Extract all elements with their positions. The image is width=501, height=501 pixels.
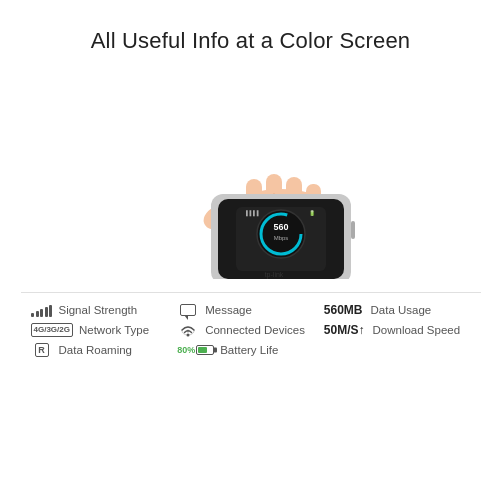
features-grid: Signal Strength Message 560MB Data Usage… bbox=[21, 303, 481, 357]
battery-life-label: Battery Life bbox=[220, 344, 278, 356]
network-type-icon: 4G/3G/2G bbox=[31, 323, 73, 337]
network-badge: 4G/3G/2G bbox=[31, 323, 73, 337]
signal-strength-label: Signal Strength bbox=[59, 304, 138, 316]
divider bbox=[21, 292, 481, 293]
roaming-badge: R bbox=[35, 343, 49, 357]
svg-text:tp-link: tp-link bbox=[264, 271, 283, 279]
svg-text:560: 560 bbox=[273, 222, 288, 232]
battery-icon: 80% bbox=[177, 345, 214, 355]
feature-data-roaming: R Data Roaming bbox=[31, 343, 178, 357]
svg-rect-19 bbox=[351, 221, 355, 239]
data-roaming-label: Data Roaming bbox=[59, 344, 133, 356]
message-label: Message bbox=[205, 304, 252, 316]
download-speed-accent: 50M/S↑ bbox=[324, 323, 365, 337]
svg-text:Mbps: Mbps bbox=[273, 235, 288, 241]
data-usage-label: Data Usage bbox=[371, 304, 432, 316]
roaming-badge-icon: R bbox=[31, 343, 53, 357]
feature-message: Message bbox=[177, 303, 324, 317]
svg-point-22 bbox=[187, 330, 190, 333]
page-title: All Useful Info at a Color Screen bbox=[91, 28, 411, 54]
feature-battery-life: 80% Battery Life bbox=[177, 343, 324, 357]
svg-text:▌▌▌▌: ▌▌▌▌ bbox=[246, 210, 260, 217]
download-speed-label: Download Speed bbox=[373, 324, 461, 336]
svg-text:🔋: 🔋 bbox=[309, 210, 316, 217]
feature-signal-strength: Signal Strength bbox=[31, 303, 178, 317]
device-body: 560 Mbps ▌▌▌▌ 🔋 tp-link bbox=[211, 194, 355, 279]
feature-download-speed: 50M/S↑ Download Speed bbox=[324, 323, 471, 337]
feature-data-usage: 560MB Data Usage bbox=[324, 303, 471, 317]
feature-connected-devices: Connected Devices bbox=[177, 323, 324, 337]
battery-percent: 80% bbox=[177, 345, 195, 355]
network-type-label: Network Type bbox=[79, 324, 149, 336]
data-usage-accent: 560MB bbox=[324, 303, 363, 317]
message-icon bbox=[177, 304, 199, 316]
svg-point-12 bbox=[257, 210, 305, 258]
connected-devices-label: Connected Devices bbox=[205, 324, 305, 336]
feature-network-type: 4G/3G/2G Network Type bbox=[31, 323, 178, 337]
signal-bars-icon bbox=[31, 303, 53, 317]
connected-devices-icon bbox=[177, 323, 199, 337]
hero-image: 560 Mbps ▌▌▌▌ 🔋 tp-link bbox=[0, 64, 501, 284]
